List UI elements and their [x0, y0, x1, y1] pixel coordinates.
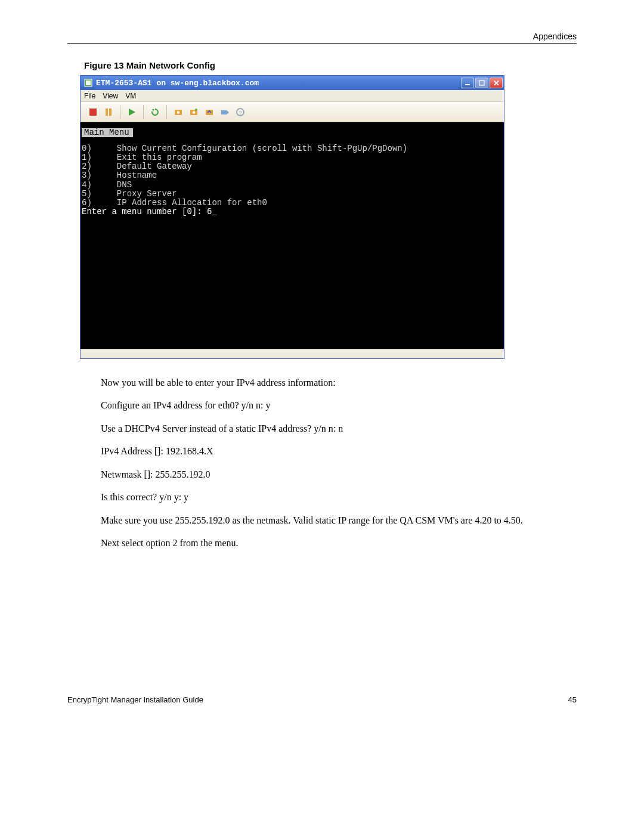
svg-point-10: [177, 111, 180, 114]
power-off-icon[interactable]: [85, 104, 101, 120]
window-toolbar: ?: [80, 102, 504, 122]
play-icon[interactable]: [124, 104, 140, 120]
svg-rect-15: [221, 110, 227, 114]
window-titlebar: ETM-2653-AS1 on sw-eng.blackbox.com ✕: [80, 76, 504, 90]
svg-marker-16: [227, 110, 229, 114]
console-menu-item: 3) Hostname: [82, 171, 503, 180]
menu-vm[interactable]: VM: [125, 92, 136, 100]
vm-console[interactable]: Main Menu 0) Show Current Configuration …: [80, 122, 504, 349]
svg-marker-8: [152, 109, 154, 112]
vm-console-window: ETM-2653-AS1 on sw-eng.blackbox.com ✕ Fi…: [80, 75, 504, 359]
toolbar-separator: [166, 105, 167, 119]
pause-icon[interactable]: [101, 104, 116, 120]
console-menu-item: 4) DNS: [82, 181, 503, 190]
snapshot-manage-icon[interactable]: [186, 104, 202, 120]
window-close-button[interactable]: ✕: [490, 78, 503, 88]
figure-caption: Figure 13 Main Network Config: [84, 60, 577, 70]
console-menu-item: 2) Default Gateway: [82, 162, 503, 171]
console-menu-item: 5) Proxy Server: [82, 190, 503, 199]
toolbar-separator: [143, 105, 144, 119]
window-menubar: File View VM: [80, 90, 504, 102]
vm-app-icon: [84, 79, 92, 87]
menu-file[interactable]: File: [84, 92, 95, 100]
window-minimize-button[interactable]: [461, 78, 474, 88]
revert-snapshot-icon[interactable]: [202, 104, 217, 120]
svg-rect-4: [89, 109, 97, 116]
console-menu-item: 0) Show Current Configuration (scroll wi…: [82, 144, 503, 153]
svg-rect-5: [106, 109, 108, 116]
svg-point-13: [195, 109, 197, 111]
footer-page-number: 45: [568, 695, 577, 704]
window-title: ETM-2653-AS1 on sw-eng.blackbox.com: [96, 79, 457, 88]
close-icon: ✕: [493, 79, 500, 87]
body-paragraph: IPv4 Address []: 192.168.4.X: [101, 445, 572, 457]
svg-text:?: ?: [239, 110, 242, 116]
body-paragraph: Next select option 2 from the menu.: [101, 537, 572, 549]
console-menu-item: 1) Exit this program: [82, 153, 503, 162]
connect-device-icon[interactable]: [217, 104, 233, 120]
menu-view[interactable]: View: [103, 92, 118, 100]
body-paragraph: Make sure you use 255.255.192.0 as the n…: [101, 515, 572, 527]
body-paragraph: Is this correct? y/n y: y: [101, 491, 572, 503]
refresh-icon[interactable]: [147, 104, 163, 120]
svg-rect-2: [465, 84, 470, 85]
body-paragraph: Netwmask []: 255.255.192.0: [101, 469, 572, 481]
header-rule: [67, 43, 577, 44]
window-maximize-button[interactable]: [475, 78, 488, 88]
body-paragraph: Now you will be able to enter your IPv4 …: [101, 377, 572, 389]
help-icon[interactable]: ?: [233, 104, 248, 120]
console-prompt: Enter a menu number [0]: 6_: [82, 208, 503, 216]
svg-rect-3: [479, 80, 484, 85]
doc-body: Now you will be able to enter your IPv4 …: [101, 377, 572, 550]
console-menu-title: Main Menu: [82, 128, 133, 137]
footer-doc-title: EncrypTight Manager Installation Guide: [67, 695, 203, 704]
svg-marker-7: [129, 109, 135, 116]
body-paragraph: Configure an IPv4 address for eth0? y/n …: [101, 400, 572, 411]
console-menu-item: 6) IP Address Allocation for eth0: [82, 199, 503, 208]
body-paragraph: Use a DHCPv4 Server instead of a static …: [101, 423, 572, 435]
toolbar-separator: [120, 105, 120, 119]
snapshot-icon[interactable]: [171, 104, 186, 120]
svg-point-12: [193, 111, 196, 114]
page-header-section: Appendices: [67, 32, 577, 41]
page-footer: EncrypTight Manager Installation Guide 4…: [67, 695, 577, 704]
svg-rect-1: [86, 80, 91, 85]
svg-rect-6: [109, 109, 112, 116]
window-statusbar: [80, 349, 504, 358]
